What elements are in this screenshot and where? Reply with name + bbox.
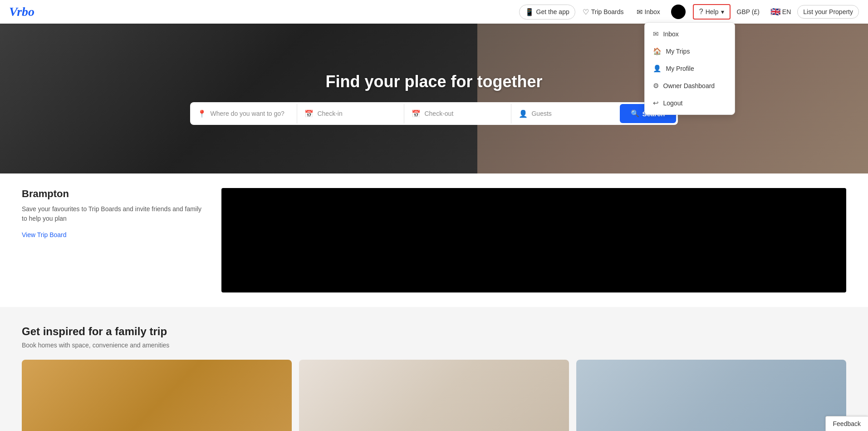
trip-boards-button[interactable]: ♡ Trip Boards xyxy=(577,5,629,19)
heart-icon: ♡ xyxy=(583,8,589,16)
search-bar: 📍 📅 📅 👤 🔍 Search xyxy=(190,102,677,125)
guests-input[interactable] xyxy=(531,110,611,117)
flag-icon: 🇬🇧 xyxy=(770,7,780,17)
view-trip-board-link[interactable]: View Trip Board xyxy=(22,231,67,238)
trip-board-image xyxy=(221,188,846,292)
user-avatar-area[interactable] xyxy=(667,3,691,21)
feedback-button[interactable]: Feedback xyxy=(825,416,868,431)
dropdown-item-my-profile[interactable]: 👤 My Profile xyxy=(645,60,735,77)
help-dropdown-menu: ✉ Inbox 🏠 My Trips 👤 My Profile ⚙ Owner … xyxy=(644,22,735,115)
hero-title: Find your place for together xyxy=(190,72,677,91)
header: Vrbo 📱 Get the app ♡ Trip Boards ✉ Inbox… xyxy=(0,0,868,24)
checkout-input[interactable] xyxy=(424,110,504,117)
trip-title: Brampton xyxy=(22,188,203,200)
guests-icon: 👤 xyxy=(519,109,528,118)
trips-dropdown-icon: 🏠 xyxy=(653,47,662,55)
calendar-checkin-icon: 📅 xyxy=(304,109,314,118)
currency-selector[interactable]: GBP (£) xyxy=(732,5,764,18)
language-selector[interactable]: 🇬🇧 EN xyxy=(766,4,795,20)
hero-content: Find your place for together 📍 📅 📅 👤 🔍 S… xyxy=(190,72,677,125)
dropdown-item-inbox[interactable]: ✉ Inbox xyxy=(645,25,735,43)
avatar xyxy=(671,5,686,19)
chevron-down-icon: ▾ xyxy=(721,8,724,15)
trip-boards-section: Brampton Save your favourites to Trip Bo… xyxy=(0,173,868,307)
checkin-input[interactable] xyxy=(317,110,397,117)
guests-field[interactable]: 👤 xyxy=(511,104,618,124)
trip-description: Save your favourites to Trip Boards and … xyxy=(22,204,203,223)
hero-section: Find your place for together 📍 📅 📅 👤 🔍 S… xyxy=(0,24,868,173)
inbox-button[interactable]: ✉ Inbox xyxy=(631,5,666,19)
destination-field[interactable]: 📍 xyxy=(190,104,297,124)
vrbo-logo[interactable]: Vrbo xyxy=(9,5,34,19)
dropdown-item-logout[interactable]: ↩ Logout xyxy=(645,94,735,112)
list-property-button[interactable]: List your Property xyxy=(797,5,859,19)
property-card-3[interactable] xyxy=(576,360,846,431)
trip-info: Brampton Save your favourites to Trip Bo… xyxy=(22,188,203,239)
property-cards-row xyxy=(22,360,846,431)
dashboard-dropdown-icon: ⚙ xyxy=(653,82,659,90)
checkout-field[interactable]: 📅 xyxy=(404,104,511,124)
inspired-title: Get inspired for a family trip xyxy=(22,325,846,338)
logout-dropdown-icon: ↩ xyxy=(653,99,659,107)
inspired-description: Book homes with space, convenience and a… xyxy=(22,342,846,349)
calendar-checkout-icon: 📅 xyxy=(412,109,421,118)
phone-icon: 📱 xyxy=(525,8,534,16)
destination-input[interactable] xyxy=(210,110,289,117)
property-card-2[interactable] xyxy=(299,360,569,431)
inspired-section: Get inspired for a family trip Book home… xyxy=(0,307,868,431)
header-nav: 📱 Get the app ♡ Trip Boards ✉ Inbox ? He… xyxy=(519,3,859,21)
get-app-button[interactable]: 📱 Get the app xyxy=(519,5,575,20)
help-button[interactable]: ? Help ▾ xyxy=(693,4,731,20)
profile-dropdown-icon: 👤 xyxy=(653,64,662,73)
help-icon: ? xyxy=(699,8,703,16)
inbox-icon: ✉ xyxy=(637,8,642,16)
property-card-1[interactable] xyxy=(22,360,292,431)
location-icon: 📍 xyxy=(197,109,206,118)
checkin-field[interactable]: 📅 xyxy=(297,104,404,124)
dropdown-item-my-trips[interactable]: 🏠 My Trips xyxy=(645,43,735,60)
dropdown-item-owner-dashboard[interactable]: ⚙ Owner Dashboard xyxy=(645,77,735,94)
help-dropdown-wrapper: ? Help ▾ ✉ Inbox 🏠 My Trips 👤 My Profile xyxy=(693,4,731,20)
search-icon: 🔍 xyxy=(631,109,639,118)
inbox-dropdown-icon: ✉ xyxy=(653,30,659,38)
